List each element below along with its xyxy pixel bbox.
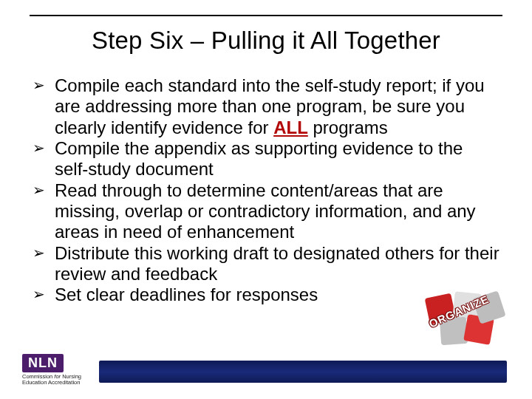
slide-title: Step Six – Pulling it All Together <box>30 27 502 55</box>
bullet-text: programs <box>308 117 388 137</box>
footer-bar <box>99 361 507 383</box>
chevron-right-icon: ➢ <box>33 182 45 200</box>
list-item: ➢ Compile each standard into the self-st… <box>33 75 499 138</box>
nln-logo-subtitle: Commission for Nursing Education Accredi… <box>22 374 81 386</box>
list-item: ➢ Distribute this working draft to desig… <box>33 243 499 285</box>
list-item: ➢ Read through to determine content/area… <box>33 180 499 243</box>
organize-puzzle-graphic: ORGANIZE <box>423 288 504 355</box>
bullet-text: Compile each standard into the self-stud… <box>55 75 485 137</box>
chevron-right-icon: ➢ <box>33 140 45 157</box>
list-item: ➢ Compile the appendix as supporting evi… <box>33 138 499 180</box>
footer-logo-area: NLN Commission for Nursing Education Acc… <box>22 354 81 386</box>
chevron-right-icon: ➢ <box>33 77 45 95</box>
nln-logo: NLN Commission for Nursing Education Acc… <box>22 354 81 386</box>
bullet-list: ➢ Compile each standard into the self-st… <box>30 75 502 305</box>
logo-text: Education Accreditation <box>22 379 80 386</box>
top-rule <box>30 15 502 16</box>
emphasis-all: ALL <box>273 117 308 137</box>
bullet-text: Distribute this working draft to designa… <box>55 243 499 284</box>
slide: Step Six – Pulling it All Together ➢ Com… <box>0 0 532 399</box>
nln-logo-abbr: NLN <box>22 354 64 372</box>
chevron-right-icon: ➢ <box>33 286 45 304</box>
bullet-text: Compile the appendix as supporting evide… <box>55 138 463 179</box>
bullet-text: Read through to determine content/areas … <box>55 180 476 242</box>
chevron-right-icon: ➢ <box>33 245 45 262</box>
bullet-text: Set clear deadlines for responses <box>55 284 318 304</box>
